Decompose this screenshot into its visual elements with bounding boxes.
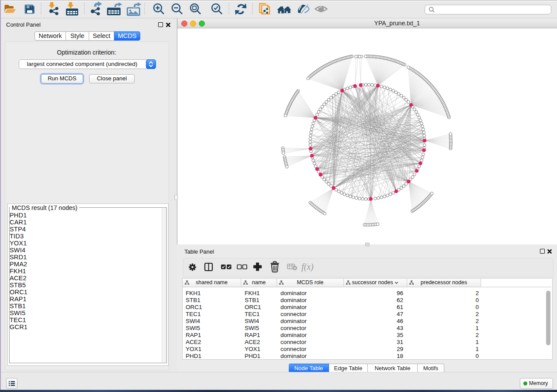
svg-text:f(x): f(x) [301, 262, 314, 272]
